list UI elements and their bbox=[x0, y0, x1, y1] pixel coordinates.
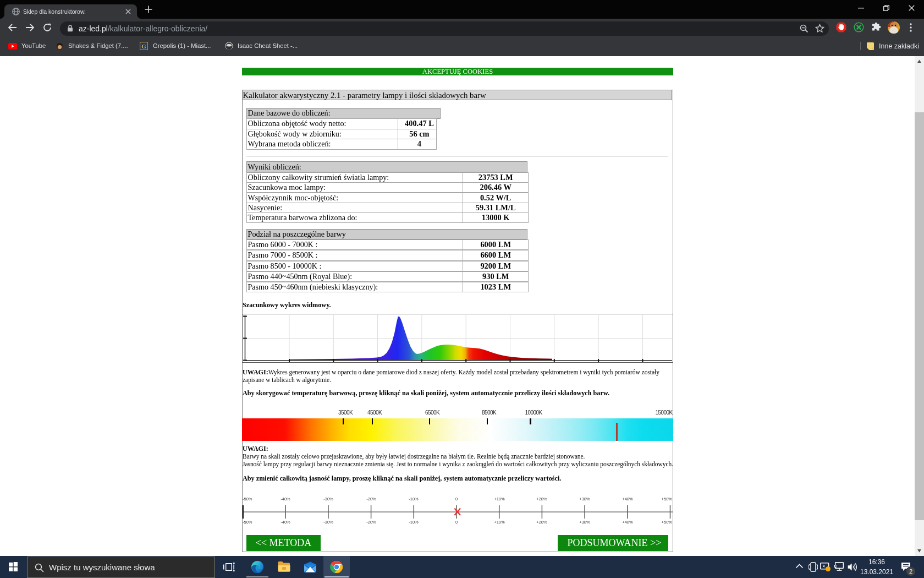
svg-text:+20%: +20% bbox=[536, 520, 547, 525]
svg-text:+50%: +50% bbox=[662, 520, 673, 525]
svg-text:-30%: -30% bbox=[323, 520, 333, 525]
svg-text:+40%: +40% bbox=[622, 520, 633, 525]
svg-text:-50%: -50% bbox=[243, 497, 252, 501]
svg-text:-20%: -20% bbox=[366, 497, 376, 501]
svg-text:+20%: +20% bbox=[536, 497, 547, 501]
svg-text:+10%: +10% bbox=[494, 497, 505, 501]
svg-text:-40%: -40% bbox=[280, 497, 290, 501]
svg-text:-10%: -10% bbox=[409, 497, 419, 501]
svg-text:-30%: -30% bbox=[323, 497, 333, 501]
svg-text:-10%: -10% bbox=[409, 520, 419, 525]
svg-text:0: 0 bbox=[455, 497, 458, 501]
svg-text:+10%: +10% bbox=[494, 520, 505, 525]
svg-text:+30%: +30% bbox=[579, 497, 590, 501]
svg-text:+50%: +50% bbox=[662, 497, 673, 501]
svg-text:0: 0 bbox=[455, 520, 458, 525]
svg-text:+30%: +30% bbox=[579, 520, 590, 525]
svg-text:G: G bbox=[141, 43, 146, 50]
svg-text:-50%: -50% bbox=[243, 520, 252, 525]
svg-text:-40%: -40% bbox=[280, 520, 290, 525]
svg-text:+40%: +40% bbox=[622, 497, 633, 501]
svg-text:-20%: -20% bbox=[366, 520, 376, 525]
